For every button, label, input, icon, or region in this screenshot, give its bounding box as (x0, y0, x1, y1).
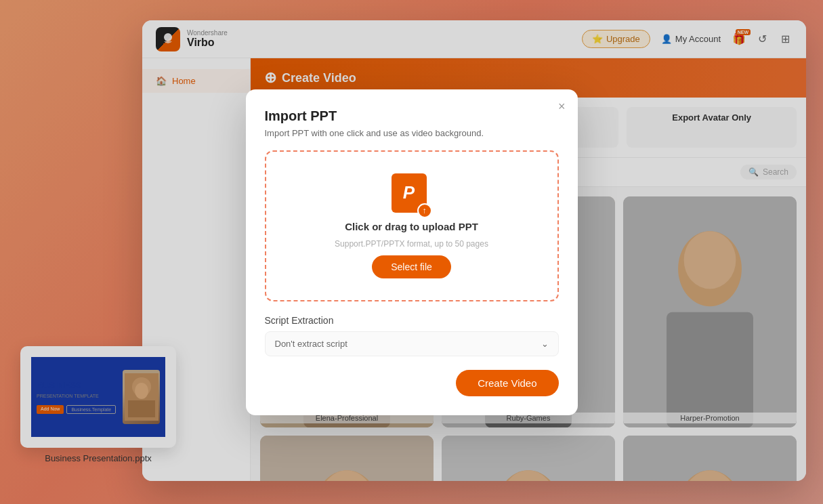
upload-text: Click or drag to upload PPT (345, 221, 478, 232)
ppt-p-letter: P (403, 182, 415, 203)
script-extraction-label: Script Extraction (265, 315, 559, 326)
script-select-value: Don't extract script (275, 339, 347, 349)
modal-title: Import PPT (265, 108, 559, 124)
import-ppt-modal: × Import PPT Import PPT with one click a… (246, 89, 578, 415)
chevron-down-icon: ⌄ (541, 339, 549, 349)
modal-subtitle: Import PPT with one click and use as vid… (265, 128, 559, 138)
upload-icon: P ↑ (392, 173, 432, 214)
upload-zone[interactable]: P ↑ Click or drag to upload PPT Support.… (265, 150, 559, 301)
modal-footer: Create Video (265, 370, 559, 396)
script-section: Script Extraction Don't extract script ⌄ (265, 315, 559, 356)
modal-overlay: × Import PPT Import PPT with one click a… (0, 0, 823, 504)
create-video-modal-button[interactable]: Create Video (456, 370, 558, 396)
modal-close-button[interactable]: × (558, 100, 566, 112)
script-select-dropdown[interactable]: Don't extract script ⌄ (265, 331, 559, 356)
upload-hint: Support.PPT/PPTX format, up to 50 pages (335, 239, 488, 249)
ppt-icon-shape: P ↑ (392, 173, 427, 213)
upload-arrow-icon: ↑ (417, 203, 432, 218)
select-file-button[interactable]: Select file (372, 255, 451, 278)
